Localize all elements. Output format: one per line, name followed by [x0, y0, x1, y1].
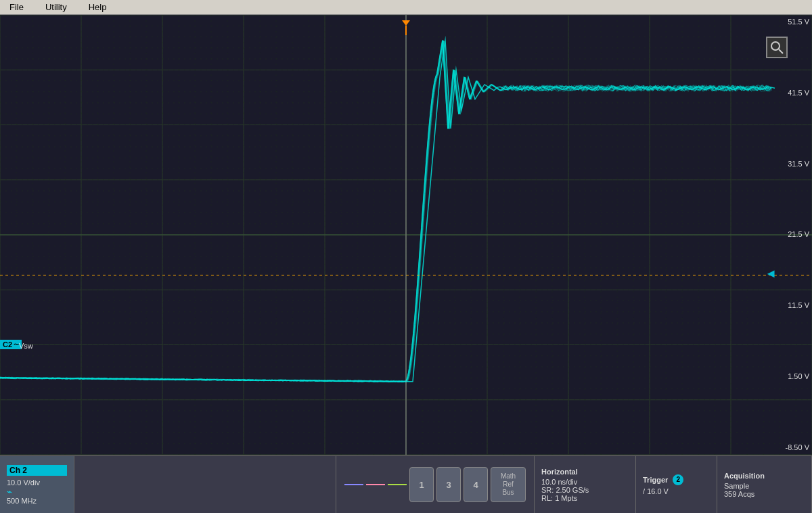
trigger-slope-icon: /: [643, 487, 645, 495]
svg-point-0: [771, 42, 780, 50]
y-label-7: 51.5 V: [786, 18, 809, 26]
ch2-status-title: Ch 2: [7, 465, 67, 476]
y-label-6: 41.5 V: [786, 89, 809, 97]
y-label-2: 1.50 V: [786, 373, 809, 380]
horizontal-section: Horizontal 10.0 ns/div SR: 2.50 GS/s RL:…: [535, 456, 636, 513]
trigger-slope-voltage: / 16.0 V: [643, 487, 710, 495]
horizontal-rl: RL: 1 Mpts: [541, 494, 629, 502]
y-label-5: 31.5 V: [786, 160, 809, 168]
help-menu[interactable]: Help: [85, 1, 111, 14]
acquisition-section: Acquisition Sample 359 Acqs: [717, 456, 812, 513]
scope-screen: 51.5 V 41.5 V 31.5 V 21.5 V 11.5 V 1.50 …: [0, 15, 812, 455]
acquisition-mode: Sample: [724, 482, 805, 490]
trigger-channel-badge: 2: [673, 474, 683, 485]
trigger-section: Trigger 2 / 16.0 V: [636, 456, 717, 513]
acquisition-title: Acquisition: [724, 472, 805, 480]
y-label-3: 11.5 V: [786, 302, 809, 309]
menubar: File Utility Help: [0, 0, 812, 15]
trigger-voltage: 16.0 V: [647, 487, 669, 495]
ch1-indicator: [344, 484, 363, 485]
ch2-vdiv: 10.0 V/div: [7, 478, 67, 487]
trigger-title: Trigger 2: [643, 474, 710, 485]
svg-line-1: [779, 49, 783, 53]
horizontal-title: Horizontal: [541, 468, 629, 476]
ch2-status-section: Ch 2 10.0 V/div ⌁ 500 MHz: [0, 456, 74, 513]
ch2-coupling-icon: ⌁: [7, 487, 67, 497]
utility-menu[interactable]: Utility: [41, 1, 71, 14]
acquisition-count: 359 Acqs: [724, 490, 805, 498]
spacer: [74, 456, 336, 513]
trigger-line: [405, 26, 407, 35]
y-label-1: -8.50 V: [786, 444, 809, 451]
ch4-line: [388, 484, 407, 485]
trigger-title-text: Trigger: [643, 475, 668, 483]
ch3-indicator: [366, 484, 385, 485]
trigger-arrow-icon: [402, 20, 410, 26]
ch4-button[interactable]: 4: [464, 467, 488, 502]
statusbar: Ch 2 10.0 V/div ⌁ 500 MHz 1 3 4 MathRefB…: [0, 455, 812, 513]
horizontal-time-div: 10.0 ns/div: [541, 478, 629, 486]
ch4-indicator: [388, 484, 407, 485]
math-ref-bus-button[interactable]: MathRefBus: [491, 467, 526, 502]
ground-reference-arrow: ◄: [765, 267, 777, 281]
trigger-marker: [402, 20, 410, 35]
ch1-button[interactable]: 1: [409, 467, 434, 502]
horizontal-sr: SR: 2.50 GS/s: [541, 486, 629, 494]
file-menu[interactable]: File: [5, 1, 28, 14]
ch2-bandwidth: 500 MHz: [7, 497, 67, 505]
ch1-line: [344, 484, 363, 485]
ch2-badge-icon: 〜: [14, 341, 19, 349]
channel-buttons-area: 1 3 4 MathRefBus: [336, 456, 535, 513]
ch3-line: [366, 484, 385, 485]
ch3-button[interactable]: 3: [436, 467, 461, 502]
waveform-canvas: [0, 15, 812, 455]
zoom-icon[interactable]: [766, 37, 788, 58]
y-axis-labels: 51.5 V 41.5 V 31.5 V 21.5 V 11.5 V 1.50 …: [786, 15, 809, 455]
ch2-badge-text: C2: [3, 340, 12, 349]
y-label-4: 21.5 V: [786, 231, 809, 238]
vsw-label: Vsw: [19, 342, 33, 350]
